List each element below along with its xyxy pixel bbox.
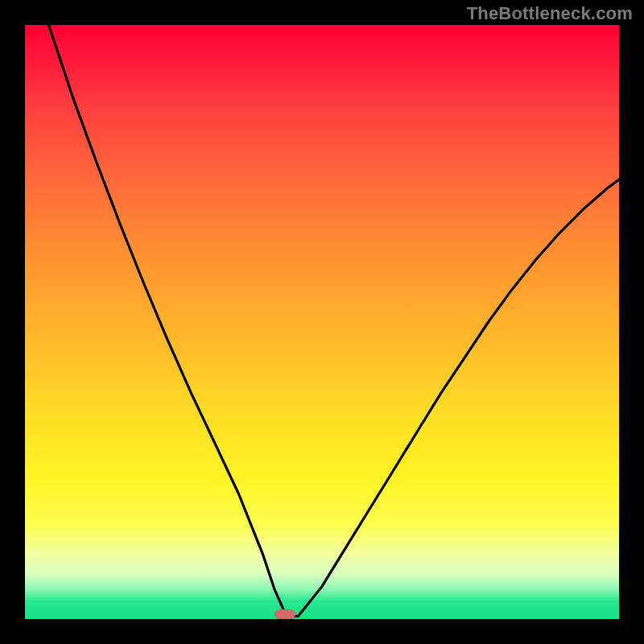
- minimum-marker: [275, 609, 295, 619]
- plot-area: [25, 25, 619, 619]
- chart-frame: TheBottleneck.com: [0, 0, 644, 644]
- watermark-text: TheBottleneck.com: [467, 3, 633, 24]
- bottleneck-curve: [25, 25, 619, 619]
